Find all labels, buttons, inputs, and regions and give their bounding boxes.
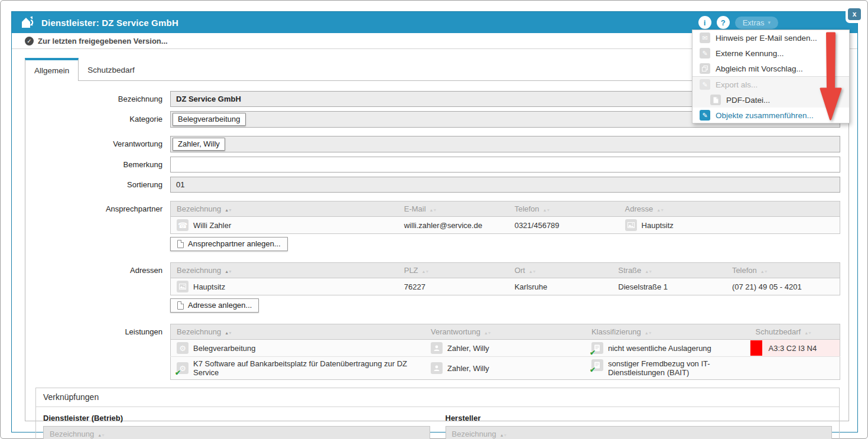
- service-provider-house-icon: [20, 15, 35, 30]
- address-name: Hauptsitz: [193, 282, 225, 291]
- bezeichnung-label: Bezeichnung: [25, 91, 170, 107]
- mail-icon: ✉: [700, 32, 710, 43]
- col-header-telefon[interactable]: Telefon▲▼: [509, 201, 619, 217]
- address-image-icon: [625, 219, 637, 231]
- check-circle-icon: ✓: [25, 37, 34, 45]
- ansprechpartner-label: Ansprechpartner: [25, 201, 170, 217]
- col-header-plz[interactable]: PLZ▲▼: [398, 263, 509, 278]
- ansprechpartner-table: Bezeichnung▲▼ E-Mail▲▼ Telefon▲▼ Adresse…: [170, 201, 840, 234]
- col-header-strasse[interactable]: Straße▲▼: [612, 263, 726, 278]
- contact-address: Hauptsitz: [642, 221, 674, 230]
- menu-item-email-hint[interactable]: ✉ Hinweis per E-Mail senden...: [693, 30, 849, 45]
- table-row[interactable]: ⚙Belegverarbeitung Zahler, Willy ✔nicht …: [171, 340, 840, 357]
- sort-icon: ▲▼: [500, 433, 507, 437]
- verantwortung-label: Verantwortung: [25, 136, 170, 152]
- sort-icon: ▲▼: [529, 269, 536, 274]
- last-released-version-link[interactable]: Zur letzten freigegebenen Version...: [38, 37, 168, 45]
- col-header-bezeichnung[interactable]: Bezeichnung▲▼: [171, 201, 398, 217]
- check-icon: ✔: [175, 369, 181, 377]
- schutzbedarf-cell: [750, 357, 840, 380]
- kategorie-chip[interactable]: Belegverarbeitung: [173, 113, 246, 126]
- col-header-telefon[interactable]: Telefon▲▼: [726, 263, 840, 278]
- col-header-bezeichnung[interactable]: Bezeichnung▲▼: [171, 324, 425, 340]
- copy-icon: [700, 63, 710, 74]
- contact-phone-icon: ☎: [177, 219, 188, 231]
- classification-doc-check-icon: ✔: [591, 359, 603, 371]
- table-row[interactable]: ☎Willi Zahler willi.zahler@service.de 03…: [171, 217, 840, 234]
- sort-icon: ▲▼: [225, 331, 232, 335]
- address-image-icon: [177, 281, 188, 292]
- sortierung-field[interactable]: 01: [170, 177, 840, 193]
- person-icon: [431, 342, 443, 354]
- menu-item-pdf-datei[interactable]: PDF-Datei...: [693, 92, 849, 108]
- sort-icon: ▲▼: [543, 208, 550, 212]
- sort-icon: ▲▼: [656, 208, 664, 212]
- close-button[interactable]: x: [848, 8, 861, 20]
- col-header-bezeichnung[interactable]: Bezeichnung▲▼: [171, 263, 398, 278]
- menu-item-objekte-zusammenfuehren[interactable]: ✎ Objekte zusammenführen...: [693, 108, 849, 123]
- verantwortung-field[interactable]: Zahler, Willy: [170, 136, 840, 152]
- extras-button-label: Extras: [743, 18, 765, 27]
- leistungen-table: Bezeichnung▲▼ Verantwortung▲▼ Klassifizi…: [170, 324, 840, 380]
- kategorie-label: Kategorie: [25, 111, 170, 127]
- verknuepfungen-title: Verknüpfungen: [36, 388, 839, 407]
- col-header-schutzbedarf[interactable]: Schutzbedarf▲▼: [750, 324, 840, 340]
- col-header-klassifizierung[interactable]: Klassifizierung▲▼: [586, 324, 750, 340]
- sort-icon: ▲▼: [430, 208, 437, 212]
- verantwortung-chip[interactable]: Zahler, Willy: [173, 138, 225, 151]
- sort-icon: ▲▼: [645, 331, 652, 335]
- dienstleister-betrieb-label: Dienstleister (Betrieb): [43, 414, 430, 422]
- contact-name: Willi Zahler: [193, 221, 231, 230]
- info-icon: i: [704, 18, 706, 27]
- sort-icon: ▲▼: [804, 331, 811, 335]
- add-ansprechpartner-button[interactable]: Ansprechpartner anlegen...: [170, 237, 288, 251]
- service-owner: Zahler, Willy: [447, 364, 489, 373]
- col-header-ort[interactable]: Ort▲▼: [509, 263, 613, 278]
- tab-allgemein[interactable]: Allgemein: [25, 58, 79, 81]
- add-adresse-button[interactable]: Adresse anlegen...: [170, 298, 259, 313]
- service-name: Belegverarbeitung: [193, 344, 256, 353]
- app-frame: Dienstleister: DZ Service GmbH i ? Extra…: [0, 0, 868, 439]
- help-button[interactable]: ?: [717, 16, 730, 29]
- chevron-down-icon: ▾: [768, 19, 771, 25]
- sort-icon: ▲▼: [760, 269, 768, 274]
- close-icon: x: [853, 10, 857, 18]
- menu-item-externe-kennung[interactable]: ✎ Externe Kennung...: [693, 45, 849, 61]
- edit-icon: ✎: [700, 48, 710, 58]
- sort-icon: ▲▼: [97, 433, 105, 437]
- bemerkung-label: Bemerkung: [25, 157, 170, 173]
- extras-button[interactable]: Extras ▾: [735, 17, 778, 29]
- menu-item-abgleich-vorschlag[interactable]: Abgleich mit Vorschlag...: [693, 61, 849, 76]
- contact-email: willi.zahler@service.de: [398, 217, 509, 234]
- verknuepfungen-section: Verknüpfungen Dienstleister (Betrieb) Be…: [35, 388, 840, 439]
- check-icon: ✔: [590, 366, 596, 374]
- pdf-file-icon: [710, 95, 721, 105]
- sort-icon: ▲▼: [484, 331, 491, 335]
- sort-icon: ▲▼: [422, 269, 429, 274]
- sortierung-label: Sortierung: [25, 177, 170, 193]
- close-button-backing: x: [846, 5, 863, 23]
- contact-phone: 0321/456789: [509, 217, 619, 234]
- table-row[interactable]: Hauptsitz 76227 Karlsruhe Dieselstraße 1…: [171, 278, 840, 295]
- check-icon: ✔: [590, 349, 596, 357]
- leistungen-label: Leistungen: [25, 324, 170, 340]
- col-header-adresse[interactable]: Adresse▲▼: [619, 201, 840, 217]
- adressen-table: Bezeichnung▲▼ PLZ▲▼ Ort▲▼ Straße▲▼ Telef…: [170, 262, 840, 295]
- person-icon: [431, 362, 443, 374]
- dienstleister-betrieb-table-header: Bezeichnung▲▼: [43, 426, 430, 439]
- sort-icon: ▲▼: [225, 269, 232, 274]
- menu-item-export-als: ✎ Export als...: [693, 77, 849, 92]
- info-button[interactable]: i: [698, 16, 711, 29]
- sort-icon: ▲▼: [225, 208, 232, 212]
- bemerkung-input[interactable]: [170, 157, 840, 173]
- window-title: Dienstleister: DZ Service GmbH: [41, 18, 178, 28]
- col-header-email[interactable]: E-Mail▲▼: [398, 201, 509, 217]
- extras-menu: ✉ Hinweis per E-Mail senden... ✎ Externe…: [692, 30, 850, 123]
- new-page-icon: [177, 240, 184, 248]
- status-red-badge: [750, 340, 762, 356]
- tab-schutzbedarf[interactable]: Schutzbedarf: [79, 60, 144, 80]
- table-row[interactable]: ⚙✔K7 Software auf Bankarbeitsplatz für D…: [171, 357, 840, 380]
- col-header-verantwortung[interactable]: Verantwortung▲▼: [425, 324, 586, 340]
- sort-icon: ▲▼: [645, 269, 652, 274]
- export-icon: ✎: [700, 79, 710, 90]
